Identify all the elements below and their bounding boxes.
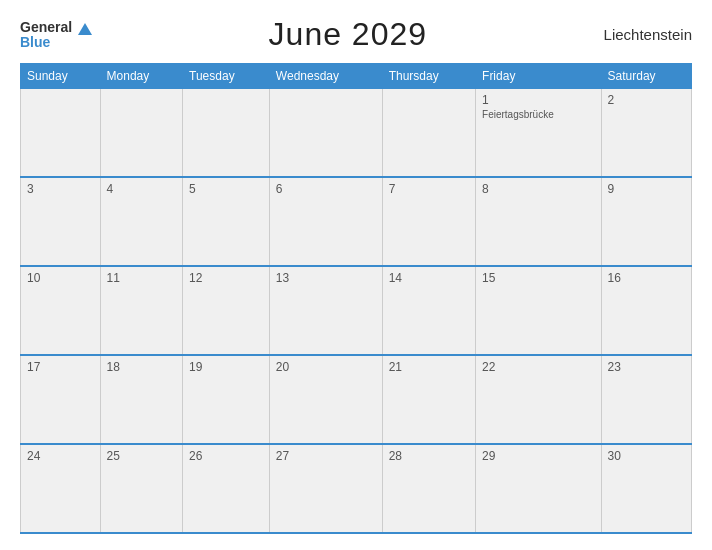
calendar-body: 1Feiertagsbrücke234567891011121314151617… [21, 89, 692, 534]
day-number: 24 [27, 449, 94, 463]
day-of-week-header: Wednesday [269, 64, 382, 89]
country-label: Liechtenstein [604, 26, 692, 43]
calendar-week-row: 17181920212223 [21, 355, 692, 444]
day-number: 3 [27, 182, 94, 196]
calendar-week-row: 24252627282930 [21, 444, 692, 533]
calendar-day-cell: 15 [476, 266, 601, 355]
event-label: Feiertagsbrücke [482, 109, 594, 120]
day-number: 20 [276, 360, 376, 374]
calendar-day-cell: 22 [476, 355, 601, 444]
day-of-week-header: Monday [100, 64, 183, 89]
day-of-week-header: Sunday [21, 64, 101, 89]
calendar-day-cell: 10 [21, 266, 101, 355]
day-number: 15 [482, 271, 594, 285]
day-number: 30 [608, 449, 685, 463]
calendar-header-row: SundayMondayTuesdayWednesdayThursdayFrid… [21, 64, 692, 89]
calendar-day-cell: 20 [269, 355, 382, 444]
logo-blue-text: Blue [20, 35, 92, 49]
calendar-day-cell: 6 [269, 177, 382, 266]
day-number: 14 [389, 271, 469, 285]
calendar-day-cell: 9 [601, 177, 691, 266]
day-number: 4 [107, 182, 177, 196]
day-number: 25 [107, 449, 177, 463]
day-number: 27 [276, 449, 376, 463]
calendar-day-cell: 5 [183, 177, 270, 266]
logo: General Blue [20, 20, 92, 48]
day-number: 18 [107, 360, 177, 374]
calendar-day-cell: 14 [382, 266, 475, 355]
calendar-week-row: 10111213141516 [21, 266, 692, 355]
day-number: 1 [482, 93, 594, 107]
calendar-day-cell: 26 [183, 444, 270, 533]
day-number: 6 [276, 182, 376, 196]
calendar-day-cell: 30 [601, 444, 691, 533]
day-number: 26 [189, 449, 263, 463]
calendar-day-cell: 7 [382, 177, 475, 266]
calendar-week-row: 1Feiertagsbrücke2 [21, 89, 692, 178]
day-number: 17 [27, 360, 94, 374]
calendar-day-cell: 27 [269, 444, 382, 533]
calendar-day-cell: 4 [100, 177, 183, 266]
calendar-day-cell [382, 89, 475, 178]
calendar-day-cell [183, 89, 270, 178]
calendar-day-cell: 13 [269, 266, 382, 355]
day-number: 29 [482, 449, 594, 463]
calendar-day-cell [21, 89, 101, 178]
day-number: 12 [189, 271, 263, 285]
calendar-day-cell: 28 [382, 444, 475, 533]
calendar-day-cell: 3 [21, 177, 101, 266]
calendar-table: SundayMondayTuesdayWednesdayThursdayFrid… [20, 63, 692, 534]
day-number: 23 [608, 360, 685, 374]
day-number: 13 [276, 271, 376, 285]
day-number: 22 [482, 360, 594, 374]
calendar-week-row: 3456789 [21, 177, 692, 266]
day-number: 21 [389, 360, 469, 374]
day-number: 8 [482, 182, 594, 196]
calendar-day-cell: 12 [183, 266, 270, 355]
logo-general-text: General [20, 20, 92, 34]
day-number: 9 [608, 182, 685, 196]
calendar-day-cell: 11 [100, 266, 183, 355]
header: General Blue June 2029 Liechtenstein [20, 16, 692, 53]
day-of-week-header: Friday [476, 64, 601, 89]
calendar-day-cell: 24 [21, 444, 101, 533]
day-number: 19 [189, 360, 263, 374]
calendar-day-cell: 18 [100, 355, 183, 444]
day-of-week-header: Saturday [601, 64, 691, 89]
logo-triangle-icon [78, 23, 92, 35]
day-number: 2 [608, 93, 685, 107]
calendar-title: June 2029 [269, 16, 427, 53]
calendar-day-cell: 17 [21, 355, 101, 444]
calendar-day-cell [269, 89, 382, 178]
calendar-day-cell: 1Feiertagsbrücke [476, 89, 601, 178]
day-of-week-header: Thursday [382, 64, 475, 89]
calendar-day-cell: 16 [601, 266, 691, 355]
calendar-day-cell: 19 [183, 355, 270, 444]
calendar-day-cell [100, 89, 183, 178]
day-number: 16 [608, 271, 685, 285]
calendar-day-cell: 29 [476, 444, 601, 533]
day-number: 5 [189, 182, 263, 196]
calendar-day-cell: 21 [382, 355, 475, 444]
calendar-day-cell: 2 [601, 89, 691, 178]
calendar-day-cell: 8 [476, 177, 601, 266]
day-number: 11 [107, 271, 177, 285]
calendar-day-cell: 23 [601, 355, 691, 444]
calendar-day-cell: 25 [100, 444, 183, 533]
day-number: 10 [27, 271, 94, 285]
day-number: 7 [389, 182, 469, 196]
day-of-week-header: Tuesday [183, 64, 270, 89]
day-number: 28 [389, 449, 469, 463]
